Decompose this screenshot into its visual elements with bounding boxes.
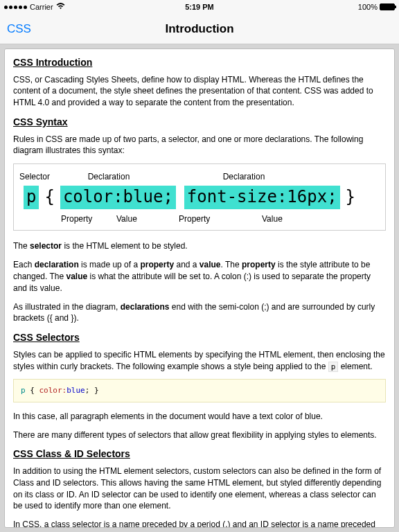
syntax-p2: The selector is the HTML element to be s… xyxy=(13,240,386,252)
syntax-p3: Each declaration is made up of a propert… xyxy=(13,259,386,294)
viewport: CSS Introduction CSS, or Cascading Style… xyxy=(0,44,399,532)
signal-dots-icon xyxy=(4,6,27,9)
heading-selectors: CSS Selectors xyxy=(13,331,386,345)
document-content[interactable]: CSS Introduction CSS, or Cascading Style… xyxy=(4,48,395,528)
diagram-label-declaration: Declaration xyxy=(168,171,320,183)
code-example-1: p { color:blue; } xyxy=(13,379,386,402)
carrier-label: Carrier xyxy=(30,3,53,11)
selectors-p2: In this case, all paragraph elements in … xyxy=(13,411,386,423)
page-title: Introduction xyxy=(165,22,233,36)
inline-code-p: p xyxy=(328,362,339,372)
syntax-p4: As illustrated in the diagram, declarati… xyxy=(13,301,386,325)
heading-intro: CSS Introduction xyxy=(13,56,386,70)
diagram-brace-close: } xyxy=(344,186,357,209)
intro-p1: CSS, or Cascading Styles Sheets, define … xyxy=(13,74,386,109)
selectors-p3: There are many different types of select… xyxy=(13,429,386,441)
status-bar: Carrier 5:19 PM 100% xyxy=(0,0,399,14)
heading-syntax: CSS Syntax xyxy=(13,116,386,130)
status-time: 5:19 PM xyxy=(185,3,214,11)
diagram-label-selector: Selector xyxy=(19,171,50,183)
diagram-decl1: color:blue; xyxy=(60,186,176,209)
status-right: 100% xyxy=(358,3,395,11)
selectors-p1: Styles can be applied to specific HTML e… xyxy=(13,349,386,373)
diagram-selector: p xyxy=(24,186,39,209)
status-left: Carrier xyxy=(4,3,65,11)
diagram-decl2: font-size:16px; xyxy=(184,186,340,209)
heading-classid: CSS Class & ID Selectors xyxy=(13,447,386,461)
diagram-brace-open: { xyxy=(43,186,55,209)
battery-percent: 100% xyxy=(358,3,378,11)
classid-p2: In CSS, a class selector is a name prece… xyxy=(13,519,386,528)
nav-bar: CSS Introduction xyxy=(0,14,399,44)
syntax-p1: Rules in CSS are made up of two parts, a… xyxy=(13,134,386,157)
diagram-label-value: Value xyxy=(116,213,179,225)
classid-p1: In addition to using the HTML element se… xyxy=(13,466,386,512)
diagram-label-declaration: Declaration xyxy=(50,171,168,183)
back-button[interactable]: CSS xyxy=(7,22,31,36)
diagram-label-property: Property xyxy=(61,213,116,225)
syntax-diagram: Selector Declaration Declaration p { col… xyxy=(13,163,386,231)
diagram-label-value: Value xyxy=(262,213,303,225)
diagram-label-property: Property xyxy=(179,213,262,225)
wifi-icon xyxy=(56,3,65,11)
battery-icon xyxy=(380,3,395,10)
